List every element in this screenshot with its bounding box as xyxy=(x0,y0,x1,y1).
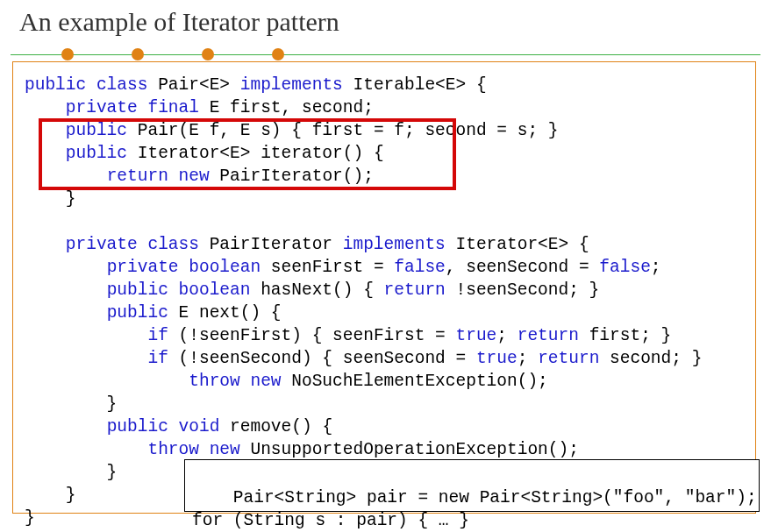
usage-box: Pair<String> pair = new Pair<String>("fo… xyxy=(184,459,760,512)
usage-line-1: Pair<String> pair = new Pair<String>("fo… xyxy=(233,488,757,507)
divider-line xyxy=(11,54,760,55)
slide-title: An example of Iterator pattern xyxy=(19,7,339,37)
progress-dot xyxy=(202,48,214,60)
progress-dot xyxy=(272,48,284,60)
highlight-box xyxy=(39,118,456,190)
progress-dot xyxy=(61,48,74,60)
usage-line-2: for (String s : pair) { … } xyxy=(192,511,469,530)
progress-dot xyxy=(132,48,144,60)
